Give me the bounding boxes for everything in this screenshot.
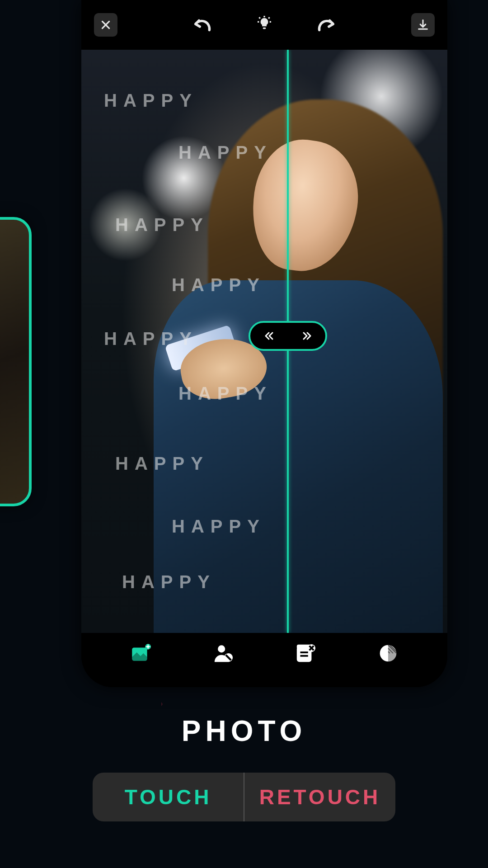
tab-objects[interactable] bbox=[292, 640, 319, 667]
watermark-text[interactable]: HAPPY bbox=[122, 572, 216, 592]
svg-point-12 bbox=[218, 645, 225, 652]
download-button[interactable] bbox=[411, 13, 435, 37]
tab-filter[interactable] bbox=[375, 640, 402, 667]
promo-segmented: TOUCH RETOUCH bbox=[93, 773, 395, 821]
watermark-text[interactable]: HAPPY bbox=[115, 215, 209, 235]
watermark-text[interactable]: HAPPY bbox=[172, 516, 266, 537]
watermark-text[interactable]: HAPPY bbox=[178, 142, 272, 163]
side-preview-thumb[interactable] bbox=[0, 217, 32, 506]
tab-portrait[interactable] bbox=[210, 640, 237, 667]
compare-slider-handle[interactable] bbox=[249, 321, 327, 351]
watermark-text[interactable]: HAPPY bbox=[104, 90, 198, 111]
svg-rect-2 bbox=[263, 28, 266, 29]
undo-icon bbox=[192, 17, 213, 33]
close-icon bbox=[100, 19, 112, 31]
promo-title: PHOTO bbox=[182, 714, 306, 748]
person-remove-icon bbox=[213, 643, 234, 664]
segment-touch[interactable]: TOUCH bbox=[93, 773, 244, 821]
phone-frame: HAPPYHAPPYHAPPYHAPPYHAPPYHAPPYHAPPYHAPPY… bbox=[81, 0, 447, 687]
svg-line-6 bbox=[259, 17, 260, 19]
list-remove-icon bbox=[295, 643, 316, 664]
photo-subject bbox=[154, 86, 429, 633]
editor-toolbar bbox=[81, 0, 447, 50]
promo-block: PHOTO TOUCH RETOUCH bbox=[0, 714, 488, 821]
tips-button[interactable] bbox=[253, 13, 276, 37]
segment-retouch[interactable]: RETOUCH bbox=[244, 773, 395, 821]
watermark-text[interactable]: HAPPY bbox=[172, 275, 266, 295]
redo-icon bbox=[316, 17, 337, 33]
download-icon bbox=[417, 19, 429, 31]
chevrons-left-icon bbox=[263, 330, 276, 341]
contrast-circle-icon bbox=[378, 643, 398, 663]
chevrons-right-icon bbox=[300, 330, 313, 341]
editor-canvas[interactable]: HAPPYHAPPYHAPPYHAPPYHAPPYHAPPYHAPPYHAPPY… bbox=[81, 50, 447, 633]
watermark-text[interactable]: HAPPY bbox=[178, 383, 272, 404]
undo-button[interactable] bbox=[191, 13, 214, 37]
tab-enhance[interactable] bbox=[127, 640, 154, 667]
watermark-text[interactable]: HAPPY bbox=[104, 329, 198, 349]
bottom-tab-bar bbox=[81, 633, 447, 687]
photo-enhance-icon bbox=[129, 642, 152, 665]
watermark-text[interactable]: HAPPY bbox=[115, 453, 209, 474]
close-button[interactable] bbox=[94, 13, 117, 37]
lightbulb-icon bbox=[255, 16, 273, 34]
svg-line-7 bbox=[268, 17, 270, 19]
redo-button[interactable] bbox=[314, 13, 338, 37]
